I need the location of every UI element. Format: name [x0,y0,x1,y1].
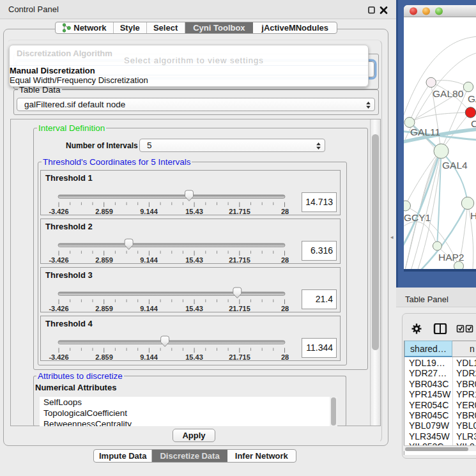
svg-text:GCY1: GCY1 [404,212,431,223]
svg-text:C: C [471,118,476,129]
svg-text:GAL80: GAL80 [433,88,464,99]
svg-text:GAL11: GAL11 [410,127,440,137]
svg-text:H: H [470,210,476,221]
svg-text:GAL1: GAL1 [468,93,476,104]
svg-text:HAP2: HAP2 [438,252,464,263]
svg-text:GAL4: GAL4 [442,160,468,171]
